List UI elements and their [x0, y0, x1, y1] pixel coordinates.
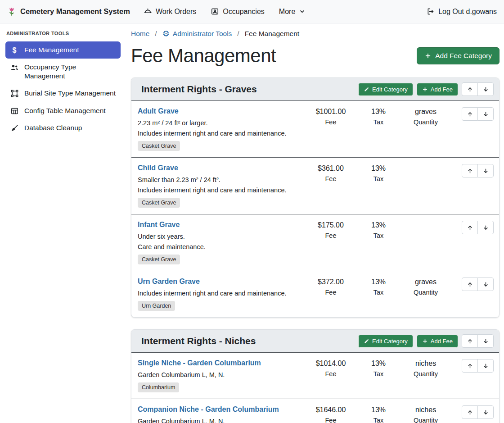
- fee-type-badge: Casket Grave: [138, 141, 180, 151]
- arrow-down-icon: [482, 281, 489, 288]
- fee-name-link[interactable]: Adult Grave: [138, 107, 179, 115]
- fee-type-badge: Urn Garden: [138, 301, 175, 311]
- arrow-down-icon: [482, 86, 489, 93]
- move-fee-up-button[interactable]: [462, 164, 478, 177]
- gear-icon: ⚙: [162, 30, 170, 38]
- add-fee-category-button[interactable]: Add Fee Category: [417, 47, 500, 64]
- flower-logo-icon: [7, 6, 16, 17]
- fee-tax: 13%: [358, 164, 399, 173]
- sidebar-item-label: Burial Site Type Management: [24, 89, 116, 98]
- fee-name-link[interactable]: Companion Niche - Garden Columbarium: [138, 405, 279, 414]
- edit-category-button[interactable]: Edit Category: [358, 83, 413, 96]
- move-fee-up-button[interactable]: [462, 277, 478, 291]
- fee-main: Adult Grave 2.23 m² / 24 ft² or larger. …: [138, 106, 304, 151]
- fee-amount-label: Fee: [304, 232, 358, 239]
- move-fee-down-button[interactable]: [477, 164, 494, 177]
- fee-quantity-unit: niches: [399, 359, 452, 368]
- page-layout: ADMINISTRATOR TOOLS $ Fee Management Occ…: [0, 23, 504, 423]
- nav-more[interactable]: More: [279, 8, 306, 16]
- arrow-up-icon: [467, 168, 473, 174]
- nav-work-orders-label: Work Orders: [156, 8, 196, 16]
- nav-work-orders[interactable]: Work Orders: [144, 7, 196, 16]
- fee-quantity-unit: graves: [399, 108, 452, 116]
- sidebar-item-fee-management[interactable]: $ Fee Management: [5, 41, 121, 59]
- logout-label: Log Out d.gowans: [438, 8, 497, 16]
- add-fee-button[interactable]: Add Fee: [417, 335, 458, 348]
- nav-occupancies[interactable]: Occupancies: [211, 7, 265, 16]
- fee-name-link[interactable]: Urn Garden Grave: [138, 277, 200, 286]
- add-fee-category-label: Add Fee Category: [435, 52, 492, 60]
- pencil-icon: [364, 338, 369, 344]
- logout-link[interactable]: Log Out d.gowans: [426, 7, 497, 16]
- edit-category-label: Edit Category: [372, 86, 408, 93]
- sidebar: ADMINISTRATOR TOOLS $ Fee Management Occ…: [0, 23, 126, 423]
- arrow-down-icon: [482, 111, 489, 118]
- fee-quantity-unit: niches: [399, 406, 452, 414]
- fee-amount-label: Fee: [304, 370, 358, 378]
- hard-hat-icon: [144, 7, 152, 16]
- arrow-down-icon: [482, 224, 489, 231]
- fee-reorder-group: [452, 220, 494, 234]
- fee-amount-label: Fee: [304, 289, 358, 296]
- category-header: Interment Rights - Graves Edit Category: [131, 78, 499, 100]
- move-fee-down-button[interactable]: [477, 277, 494, 291]
- fee-name-link[interactable]: Infant Grave: [138, 221, 180, 229]
- fee-description: Includes interment right and care and ma…: [138, 130, 304, 137]
- fee-amount-column: $1646.00 Fee: [304, 405, 358, 423]
- fee-tax: 13%: [358, 278, 399, 286]
- fee-main: Single Niche - Garden Columbarium Garden…: [138, 358, 304, 392]
- sidebar-item-config-table-management[interactable]: Config Table Management: [5, 102, 121, 119]
- fee-quantity-column: niches Quantity: [399, 405, 452, 423]
- arrow-down-icon: [482, 168, 489, 174]
- move-fee-up-button[interactable]: [462, 405, 478, 419]
- fee-tax-column: 13% Tax: [358, 220, 399, 239]
- move-category-down-button[interactable]: [477, 334, 494, 348]
- fee-amount-label: Fee: [304, 417, 358, 423]
- fee-quantity-label: Quantity: [399, 118, 452, 126]
- plus-icon: [422, 86, 428, 92]
- breadcrumb-home-link[interactable]: Home: [131, 30, 149, 38]
- sidebar-item-burial-site-type-management[interactable]: Burial Site Type Management: [5, 85, 121, 102]
- sidebar-item-label: Database Cleanup: [24, 123, 82, 132]
- fee-name-link[interactable]: Single Niche - Garden Columbarium: [138, 359, 261, 367]
- fee-tax-label: Tax: [358, 417, 399, 423]
- move-fee-down-button[interactable]: [477, 221, 494, 234]
- sidebar-item-database-cleanup[interactable]: Database Cleanup: [5, 119, 121, 136]
- brand-link[interactable]: Cemetery Management System: [7, 6, 130, 17]
- fee-amount: $372.00: [304, 278, 358, 286]
- fee-description: Care and maintenance.: [138, 243, 304, 250]
- brand-title: Cemetery Management System: [20, 7, 130, 16]
- move-fee-down-button[interactable]: [477, 359, 494, 373]
- category-title: Interment Rights - Graves: [141, 84, 358, 95]
- move-category-down-button[interactable]: [477, 82, 494, 96]
- fee-tax-column: 13% Tax: [358, 277, 399, 296]
- fee-main: Infant Grave Under six years. Care and m…: [138, 220, 304, 264]
- fee-amount: $175.00: [304, 221, 358, 229]
- sidebar-item-label: Config Table Management: [24, 106, 106, 115]
- move-category-up-button[interactable]: [462, 334, 478, 348]
- main-nav: Work Orders Occupancies More: [144, 7, 306, 16]
- category-actions: Edit Category Add Fee: [358, 334, 494, 348]
- nav-occupancies-label: Occupancies: [223, 8, 265, 16]
- breadcrumb-admin-tools-link[interactable]: ⚙ Administrator Tools: [162, 30, 232, 38]
- edit-category-button[interactable]: Edit Category: [358, 335, 413, 348]
- move-fee-up-button[interactable]: [462, 221, 478, 234]
- move-category-up-button[interactable]: [462, 82, 478, 96]
- breadcrumb-current: Fee Management: [245, 30, 300, 38]
- people-icon: [10, 63, 19, 72]
- move-fee-down-button[interactable]: [477, 107, 494, 121]
- add-fee-button[interactable]: Add Fee: [417, 83, 458, 96]
- fee-name-link[interactable]: Child Grave: [138, 164, 178, 172]
- fee-description: Includes interment right and care and ma…: [138, 186, 304, 194]
- move-fee-up-button[interactable]: [462, 107, 478, 121]
- move-fee-down-button[interactable]: [477, 405, 494, 419]
- fee-tax-label: Tax: [358, 232, 399, 239]
- fee-tax: 13%: [358, 221, 399, 229]
- fee-tax: 13%: [358, 108, 399, 116]
- fee-row: Child Grave Smaller than 2.23 m² / 24 ft…: [131, 157, 499, 214]
- move-fee-up-button[interactable]: [462, 359, 478, 373]
- sidebar-item-label: Fee Management: [24, 45, 79, 55]
- arrow-up-icon: [467, 409, 473, 416]
- fee-quantity-column: [399, 163, 452, 164]
- sidebar-item-occupancy-type-management[interactable]: Occupancy Type Management: [5, 59, 121, 85]
